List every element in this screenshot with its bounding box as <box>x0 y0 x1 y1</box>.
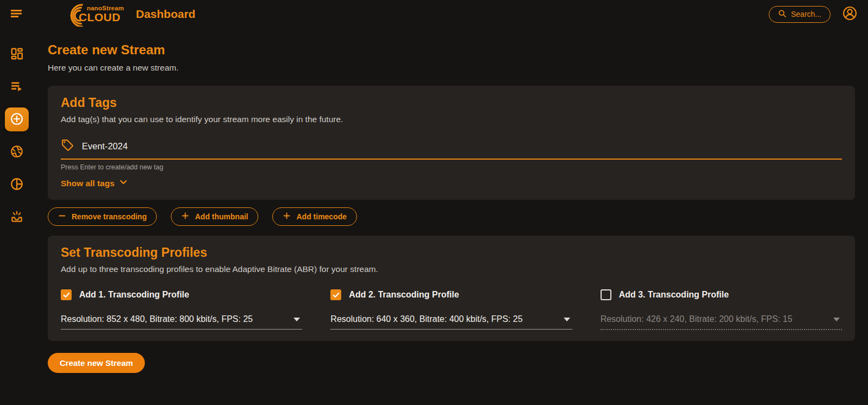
profile-1-label-row: Add 1. Transcoding Profile <box>61 289 302 300</box>
transcoding-profiles-card: Set Transcoding Profiles Add up to three… <box>48 236 855 341</box>
profile-2-checkbox[interactable] <box>330 289 341 300</box>
transcoding-profile-1: Add 1. Transcoding Profile Resolution: 8… <box>61 289 302 330</box>
sidebar <box>0 28 34 405</box>
profile-1-select-value: Resolution: 852 x 480, Bitrate: 800 kbit… <box>61 314 253 324</box>
topbar: nanoStream CLOUD Dashboard Search... <box>0 0 868 28</box>
add-timecode-button[interactable]: Add timecode <box>272 207 357 226</box>
profile-3-checkbox[interactable] <box>601 289 611 300</box>
remove-transcoding-button[interactable]: Remove transcoding <box>48 207 157 226</box>
minus-icon <box>58 212 66 222</box>
page-subtitle: Here you can create a new stream. <box>48 63 855 73</box>
plus-icon <box>181 212 189 222</box>
add-thumbnail-button[interactable]: Add thumbnail <box>171 207 258 226</box>
sidebar-item-streams[interactable] <box>5 75 29 99</box>
transcoding-title: Set Transcoding Profiles <box>61 245 842 260</box>
pie-chart-icon <box>10 177 24 193</box>
profile-2-label-row: Add 2. Transcoding Profile <box>330 289 572 300</box>
dashboard-grid-icon <box>10 47 24 62</box>
dropdown-arrow-icon <box>564 318 570 321</box>
remove-transcoding-label: Remove transcoding <box>72 212 146 221</box>
profile-2-select-value: Resolution: 640 x 360, Bitrate: 400 kbit… <box>330 314 522 324</box>
profile-3-select-value: Resolution: 426 x 240, Bitrate: 200 kbit… <box>601 314 793 324</box>
profile-3-label: Add 3. Transcoding Profile <box>619 290 729 300</box>
add-timecode-label: Add timecode <box>296 212 347 221</box>
playlist-play-icon <box>10 79 24 95</box>
actions-row: Remove transcoding Add thumbnail Add tim… <box>48 207 855 226</box>
chevron-down-icon <box>119 178 128 189</box>
profiles-grid: Add 1. Transcoding Profile Resolution: 8… <box>61 289 842 330</box>
add-circle-icon <box>10 112 24 128</box>
search-label: Search... <box>791 10 821 18</box>
plus-icon <box>283 212 291 222</box>
aperture-icon <box>10 144 24 160</box>
add-tags-card: Add Tags Add tag(s) that you can use to … <box>48 86 855 200</box>
tag-icon <box>61 138 74 154</box>
profile-3-select: Resolution: 426 x 240, Bitrate: 200 kbit… <box>601 314 842 330</box>
search-icon <box>778 9 787 20</box>
account-icon <box>843 6 857 22</box>
dropdown-arrow-icon <box>293 318 300 321</box>
brand-name-bottom: CLOUD <box>79 11 124 23</box>
profile-2-label: Add 2. Transcoding Profile <box>349 290 459 300</box>
tag-input-row <box>61 138 842 160</box>
menu-icon <box>10 8 24 21</box>
create-new-stream-button[interactable]: Create new Stream <box>48 353 145 373</box>
menu-button[interactable] <box>8 5 26 23</box>
show-all-tags-label: Show all tags <box>61 179 114 188</box>
app-root: nanoStream CLOUD Dashboard Search... <box>0 0 868 405</box>
brand-logo[interactable]: nanoStream CLOUD <box>64 2 124 27</box>
profile-3-label-row: Add 3. Transcoding Profile <box>601 289 842 300</box>
profile-1-checkbox[interactable] <box>61 289 72 300</box>
search-button[interactable]: Search... <box>769 6 831 23</box>
sidebar-item-analytics[interactable] <box>5 173 29 197</box>
add-tags-title: Add Tags <box>61 96 842 110</box>
profile-1-label: Add 1. Transcoding Profile <box>79 290 189 300</box>
brand-text: nanoStream CLOUD <box>79 5 124 23</box>
page-app-title: Dashboard <box>136 8 195 21</box>
tag-helper-text: Press Enter to create/add new tag <box>61 163 842 171</box>
page-title: Create new Stream <box>48 42 855 58</box>
tag-input[interactable] <box>82 141 842 151</box>
account-button[interactable] <box>840 4 859 24</box>
transcoding-description: Add up to three transcoding profiles to … <box>61 264 842 274</box>
transcoding-profile-3: Add 3. Transcoding Profile Resolution: 4… <box>601 289 842 330</box>
transcoding-profile-2: Add 2. Transcoding Profile Resolution: 6… <box>330 289 572 330</box>
body-row: Create new Stream Here you can create a … <box>0 28 868 405</box>
add-tags-description: Add tag(s) that you can use to identify … <box>61 115 842 124</box>
profile-2-select[interactable]: Resolution: 640 x 360, Bitrate: 400 kbit… <box>330 314 572 330</box>
profile-1-select[interactable]: Resolution: 852 x 480, Bitrate: 800 kbit… <box>61 314 302 330</box>
sidebar-item-dashboard[interactable] <box>5 42 29 66</box>
show-all-tags-button[interactable]: Show all tags <box>61 178 128 189</box>
sidebar-item-create-stream[interactable] <box>5 107 29 131</box>
sidebar-item-whats-new[interactable] <box>5 205 29 229</box>
add-thumbnail-label: Add thumbnail <box>195 212 248 221</box>
dropdown-arrow-icon <box>833 318 840 321</box>
inbox-new-icon <box>10 210 24 225</box>
main-content: Create new Stream Here you can create a … <box>34 28 868 405</box>
sidebar-item-webcaster[interactable] <box>5 140 29 164</box>
